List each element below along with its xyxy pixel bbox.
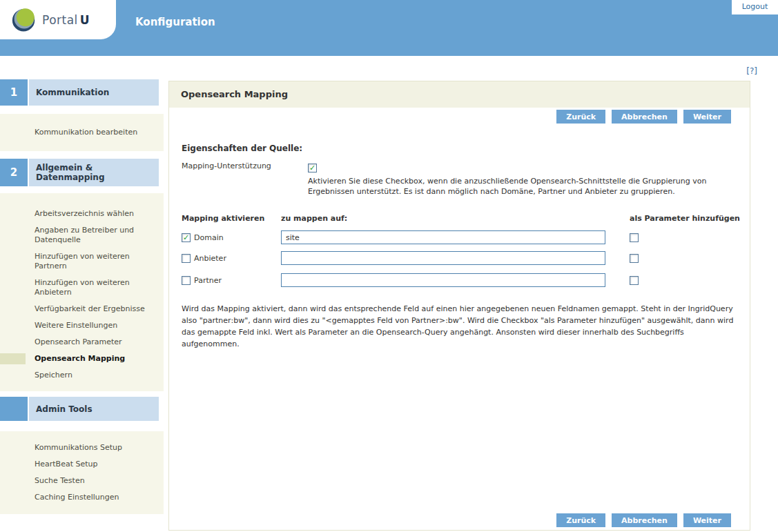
col-header-als-parameter: als Parameter hinzufügen	[630, 214, 740, 223]
section-title-allgemein-datenmapping: Allgemein & Datenmapping	[29, 159, 159, 186]
sidebar-item-suche-testen[interactable]: Suche Testen	[0, 473, 164, 489]
portalu-logo: PortalU	[0, 0, 116, 39]
anbieter-param-checkbox[interactable]	[630, 254, 639, 263]
sidebar-item-arbeitsverzeichnis[interactable]: Arbeitsverzeichnis wählen	[0, 206, 164, 222]
top-banner: PortalU Konfiguration Logout	[0, 0, 778, 56]
abbrechen-button-bottom[interactable]: Abbrechen	[612, 513, 677, 527]
section-number-2: 2	[0, 159, 28, 186]
partner-label: Partner	[194, 276, 222, 285]
sidebar-item-kommunikation-bearbeiten[interactable]: Kommunikation bearbeiten	[0, 124, 164, 141]
mapping-row-domain: ✓ Domain	[182, 230, 750, 244]
section-number-1: 1	[0, 79, 28, 106]
portalu-globe-icon	[11, 7, 37, 32]
zurueck-button-bottom[interactable]: Zurück	[556, 513, 605, 527]
mapping-support-row: Mapping-Unterstützung ✓ Aktivieren Sie d…	[182, 160, 750, 197]
zurueck-button-top[interactable]: Zurück	[556, 110, 605, 124]
domain-checkbox[interactable]: ✓	[182, 233, 191, 242]
mapping-row-anbieter: Anbieter	[182, 251, 750, 265]
sidebar-item-opensearch-parameter[interactable]: Opensearch Parameter	[0, 334, 164, 351]
top-button-row: Zurück Abbrechen Weiter	[169, 110, 731, 124]
anbieter-label: Anbieter	[194, 254, 226, 263]
logout-button[interactable]: Logout	[732, 0, 778, 14]
weiter-button-top[interactable]: Weiter	[683, 110, 731, 124]
sidebar-item-weitere-anbieter[interactable]: Hinzufügen von weiteren Anbietern	[0, 275, 164, 301]
partner-param-checkbox[interactable]	[630, 276, 639, 285]
domain-label: Domain	[194, 233, 224, 242]
sidebar-group-kommunikation: Kommunikation bearbeiten	[0, 114, 164, 151]
col-header-zu-mappen-auf: zu mappen auf:	[281, 214, 608, 223]
sidebar-item-weitere-partner[interactable]: Hinzufügen von weiteren Partnern	[0, 248, 164, 275]
weiter-button-bottom[interactable]: Weiter	[683, 513, 731, 527]
main-panel: Opensearch Mapping Zurück Abbrechen Weit…	[168, 81, 750, 531]
anbieter-checkbox[interactable]	[182, 254, 191, 263]
sidebar-group-allgemein-datenmapping: Arbeitsverzeichnis wählen Angaben zu Bet…	[0, 193, 164, 391]
sidebar-item-verfuegbarkeit[interactable]: Verfügbarkeit der Ergebnisse	[0, 301, 164, 317]
sidebar-item-kommunikations-setup[interactable]: Kommunikations Setup	[0, 440, 164, 456]
panel-title: Opensearch Mapping	[169, 81, 750, 108]
section-number-admin	[0, 397, 28, 421]
col-header-mapping-aktivieren: Mapping aktivieren	[182, 214, 281, 223]
mapping-table-header: Mapping aktivieren zu mappen auf: als Pa…	[182, 214, 750, 223]
bottom-button-row: Zurück Abbrechen Weiter	[556, 513, 731, 527]
sidebar-item-opensearch-mapping[interactable]: Opensearch Mapping	[0, 351, 164, 367]
mapping-support-checkbox[interactable]: ✓	[308, 164, 317, 173]
page-title: Konfiguration	[135, 16, 215, 28]
partner-checkbox[interactable]	[182, 276, 191, 285]
sidebar-item-betreiber-datenquelle[interactable]: Angaben zu Betreiber und Datenquelle	[0, 222, 164, 248]
domain-map-input[interactable]	[281, 230, 605, 244]
sidebar-item-speichern[interactable]: Speichern	[0, 367, 164, 384]
sidebar-item-heartbeat-setup[interactable]: HeartBeat Setup	[0, 456, 164, 473]
abbrechen-button-top[interactable]: Abbrechen	[612, 110, 677, 124]
sidebar-item-weitere-einstellungen[interactable]: Weitere Einstellungen	[0, 317, 164, 334]
mapping-row-partner: Partner	[182, 273, 750, 287]
mapping-explanation-text: Wird das Mapping aktiviert, dann wird da…	[182, 303, 742, 350]
sidebar-group-admin-tools: Kommunikations Setup HeartBeat Setup Suc…	[0, 431, 164, 514]
partner-map-input[interactable]	[281, 273, 605, 287]
source-properties-heading: Eigenschaften der Quelle:	[182, 144, 750, 153]
mapping-support-label: Mapping-Unterstützung	[182, 160, 308, 197]
anbieter-map-input[interactable]	[281, 251, 605, 265]
sidebar-item-caching-einstellungen[interactable]: Caching Einstellungen	[0, 489, 164, 506]
help-link[interactable]: [?]	[746, 66, 757, 76]
logo-text: PortalU	[42, 13, 90, 27]
section-title-admin-tools: Admin Tools	[29, 397, 159, 421]
sidebar-section-allgemein-datenmapping: 2 Allgemein & Datenmapping	[0, 159, 164, 186]
sidebar: 1 Kommunikation Kommunikation bearbeiten…	[0, 79, 164, 514]
domain-param-checkbox[interactable]	[630, 233, 639, 242]
section-title-kommunikation: Kommunikation	[29, 79, 159, 106]
sidebar-section-admin-tools: Admin Tools	[0, 397, 164, 421]
mapping-support-description: Aktivieren Sie diese Checkbox, wenn die …	[308, 176, 750, 197]
sidebar-section-kommunikation: 1 Kommunikation	[0, 79, 164, 106]
